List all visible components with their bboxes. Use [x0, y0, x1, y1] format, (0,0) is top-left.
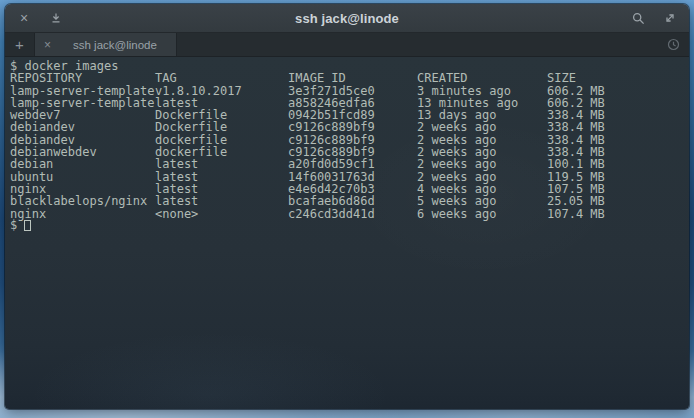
titlebar-left-controls: × [15, 9, 65, 27]
cell-image-id: bcafaeb6d86d [288, 195, 375, 207]
table-row: nginx <none> c246cd3dd41d 6 weeks ago 10… [10, 208, 684, 220]
header-repository: REPOSITORY [10, 72, 82, 84]
cell-created: 2 weeks ago [417, 158, 496, 170]
fullscreen-button[interactable] [661, 9, 679, 27]
history-icon [667, 38, 680, 51]
cell-tag: latest [155, 158, 198, 170]
cell-size: 338.4 MB [547, 121, 605, 133]
table-row: debian latest a20fd0d59cf1 2 weeks ago 1… [10, 158, 684, 170]
cell-size: 107.4 MB [547, 208, 605, 220]
tab-close-icon[interactable]: × [44, 38, 60, 52]
cell-tag: Dockerfile [155, 121, 227, 133]
cell-size: 100.1 MB [547, 158, 605, 170]
terminal-screen[interactable]: $ docker images REPOSITORY TAG IMAGE ID … [5, 57, 689, 409]
search-button[interactable] [629, 9, 647, 27]
maximize-window-button[interactable] [47, 9, 65, 27]
close-window-button[interactable]: × [15, 9, 33, 27]
prompt-line: $ [10, 219, 684, 232]
command-line: $ docker images [10, 60, 684, 72]
table-row: blacklabelops/nginx latest bcafaeb6d86d … [10, 195, 684, 207]
cell-image-id: c246cd3dd41d [288, 208, 375, 220]
cell-size: 25.05 MB [547, 195, 605, 207]
cell-repository: nginx [10, 208, 46, 220]
cell-repository: debian [10, 158, 53, 170]
plus-icon: + [15, 36, 24, 53]
header-image-id: IMAGE ID [288, 72, 346, 84]
history-button[interactable] [663, 35, 683, 55]
cell-tag: <none> [155, 208, 198, 220]
tab-ssh-jack-linode[interactable]: × ssh jack@linode [35, 33, 177, 56]
new-tab-button[interactable]: + [5, 33, 35, 56]
terminal-window: × ssh jack@linode [5, 4, 689, 409]
cell-repository: blacklabelops/nginx [10, 195, 147, 207]
close-icon: × [20, 11, 28, 25]
titlebar[interactable]: × ssh jack@linode [5, 4, 689, 33]
cell-image-id: a20fd0d59cf1 [288, 158, 375, 170]
cell-created: 2 weeks ago [417, 121, 496, 133]
header-created: CREATED [417, 72, 468, 84]
fullscreen-icon [664, 12, 676, 24]
window-title: ssh jack@linode [5, 11, 689, 26]
table-body: lamp-server-template v1.8.10.2017 3e3f27… [10, 85, 684, 220]
header-tag: TAG [155, 72, 177, 84]
search-icon [632, 12, 645, 25]
table-header-row: REPOSITORY TAG IMAGE ID CREATED SIZE [10, 72, 684, 84]
titlebar-right-controls [629, 9, 679, 27]
tabbar: + × ssh jack@linode [5, 33, 689, 57]
header-size: SIZE [547, 72, 576, 84]
cell-tag: latest [155, 195, 198, 207]
table-row: debiandev Dockerfile c9126c889bf9 2 week… [10, 121, 684, 133]
tab-label: ssh jack@linode [73, 39, 157, 51]
cell-created: 5 weeks ago [417, 195, 496, 207]
cell-created: 6 weeks ago [417, 208, 496, 220]
maximize-icon [50, 12, 62, 24]
cell-image-id: c9126c889bf9 [288, 121, 375, 133]
cell-repository: debiandev [10, 121, 75, 133]
